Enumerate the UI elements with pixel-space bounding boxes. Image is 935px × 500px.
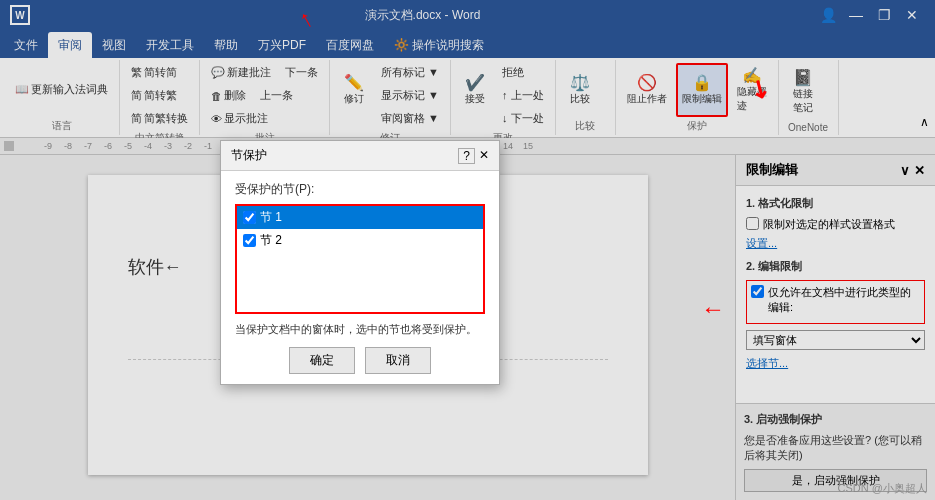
section1-label: 节 1 (260, 209, 282, 226)
section-protection-dialog: 节保护 ? ✕ 受保护的节(P): 节 1 节 2 当保护文档中的窗体时，选中的… (220, 140, 500, 385)
dialog-title: 节保护 (231, 147, 267, 164)
section1-checkbox[interactable] (243, 211, 256, 224)
section2-checkbox[interactable] (243, 234, 256, 247)
dialog-cancel-btn[interactable]: 取消 (365, 347, 431, 374)
dialog-title-bar: 节保护 ? ✕ (221, 141, 499, 171)
dialog-hint: 当保护文档中的窗体时，选中的节也将受到保护。 (235, 322, 485, 337)
dialog-close-btn[interactable]: ✕ (479, 148, 489, 164)
dialog-body: 受保护的节(P): 节 1 节 2 当保护文档中的窗体时，选中的节也将受到保护。… (221, 171, 499, 384)
section-list-item-1[interactable]: 节 1 (237, 206, 483, 229)
section-list-label: 受保护的节(P): (235, 181, 485, 198)
dialog-controls: ? ✕ (458, 148, 489, 164)
dialog-ok-btn[interactable]: 确定 (289, 347, 355, 374)
dialog-buttons: 确定 取消 (235, 347, 485, 374)
section-list-item-2[interactable]: 节 2 (237, 229, 483, 252)
modal-overlay: 节保护 ? ✕ 受保护的节(P): 节 1 节 2 当保护文档中的窗体时，选中的… (0, 0, 935, 500)
section-list-box[interactable]: 节 1 节 2 (235, 204, 485, 314)
section2-label: 节 2 (260, 232, 282, 249)
dialog-help-btn[interactable]: ? (458, 148, 475, 164)
